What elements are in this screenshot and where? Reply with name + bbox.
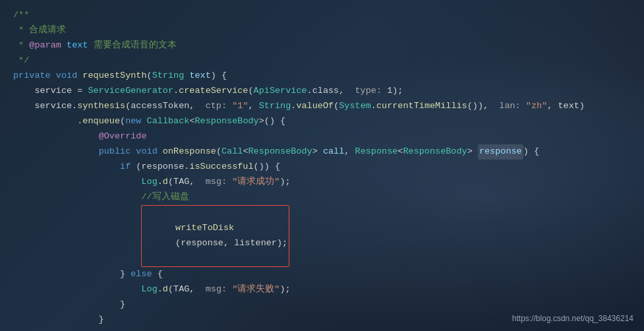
code-line-3: * @param text 需要合成语音的文本 (13, 38, 644, 53)
code-line-9: @Override (13, 129, 644, 144)
code-line-15: } else { (13, 267, 644, 282)
code-line-11: if (response. isSuccessful ()) { (13, 160, 644, 175)
code-line-19 (13, 328, 644, 331)
code-line-2: * 合成请求 (13, 23, 644, 38)
code-line-1: /** (13, 8, 644, 23)
code-line-6: service = ServiceGenerator . createServi… (13, 84, 644, 99)
code-line-12: Log . d (TAG, msg: "请求成功" ); (13, 175, 644, 190)
watermark: https://blog.csdn.net/qq_38436214 (512, 314, 633, 323)
code-line-4: */ (13, 53, 644, 69)
code-line-17: } (13, 297, 644, 313)
code-line-10: public void onResponse ( Call < Response… (13, 144, 644, 160)
code-line-13: //写入磁盘 (13, 190, 644, 205)
code-line-7: service. synthesis (accessToken, ctp: "1… (13, 99, 644, 114)
code-line-5: private void requestSynth ( String text … (13, 69, 644, 84)
highlighted-code: writeToDisk (response, listener); (141, 205, 289, 267)
code-line-14: writeToDisk (response, listener); (13, 205, 644, 267)
code-container: /** * 合成请求 * @param text 需要合成语音的文本 */ pr… (0, 0, 644, 331)
code-line-8: . enqueue ( new Callback < ResponseBody … (13, 114, 644, 129)
code-line-16: Log . d (TAG, msg: "请求失败" ); (13, 282, 644, 297)
